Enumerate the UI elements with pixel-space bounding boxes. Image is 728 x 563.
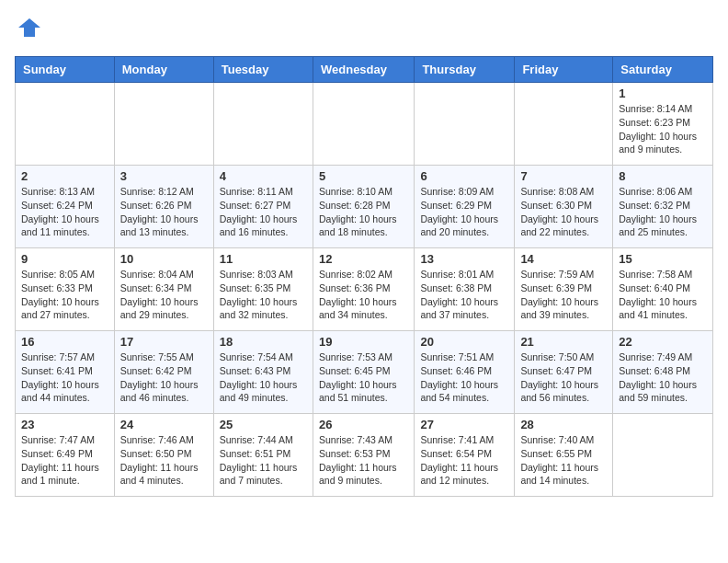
day-cell (16, 83, 115, 166)
calendar-body: 1Sunrise: 8:14 AM Sunset: 6:23 PM Daylig… (16, 83, 713, 497)
day-number: 22 (619, 335, 707, 349)
day-number: 13 (420, 252, 508, 266)
day-number: 23 (21, 418, 108, 431)
day-cell: 13Sunrise: 8:01 AM Sunset: 6:38 PM Dayli… (415, 248, 515, 331)
day-number: 27 (420, 418, 508, 431)
day-cell (114, 83, 213, 166)
day-cell: 20Sunrise: 7:51 AM Sunset: 6:46 PM Dayli… (415, 331, 515, 414)
day-info: Sunrise: 7:55 AM Sunset: 6:42 PM Dayligh… (120, 350, 208, 405)
day-cell: 12Sunrise: 8:02 AM Sunset: 6:36 PM Dayli… (313, 248, 414, 331)
logo (15, 15, 42, 45)
day-header-friday: Friday (515, 57, 613, 83)
day-info: Sunrise: 8:03 AM Sunset: 6:35 PM Dayligh… (220, 268, 307, 322)
day-info: Sunrise: 8:10 AM Sunset: 6:28 PM Dayligh… (319, 185, 408, 239)
day-cell: 8Sunrise: 8:06 AM Sunset: 6:32 PM Daylig… (613, 166, 713, 248)
day-info: Sunrise: 8:08 AM Sunset: 6:30 PM Dayligh… (520, 185, 607, 239)
day-number: 20 (420, 335, 508, 349)
day-header-monday: Monday (114, 57, 213, 83)
day-cell (613, 414, 713, 497)
day-info: Sunrise: 8:12 AM Sunset: 6:26 PM Dayligh… (120, 185, 208, 239)
day-cell: 19Sunrise: 7:53 AM Sunset: 6:45 PM Dayli… (313, 331, 414, 414)
day-cell (515, 83, 613, 166)
calendar-table: SundayMondayTuesdayWednesdayThursdayFrid… (15, 56, 713, 497)
week-row-2: 2Sunrise: 8:13 AM Sunset: 6:24 PM Daylig… (16, 166, 713, 248)
day-number: 18 (220, 335, 307, 349)
day-cell: 22Sunrise: 7:49 AM Sunset: 6:48 PM Dayli… (613, 331, 713, 414)
day-number: 10 (120, 252, 208, 266)
day-cell (213, 83, 313, 166)
day-header-wednesday: Wednesday (313, 57, 414, 83)
day-number: 9 (21, 252, 108, 266)
day-number: 4 (220, 169, 307, 183)
day-info: Sunrise: 8:04 AM Sunset: 6:34 PM Dayligh… (120, 268, 208, 322)
day-info: Sunrise: 7:50 AM Sunset: 6:47 PM Dayligh… (520, 350, 607, 405)
week-row-1: 1Sunrise: 8:14 AM Sunset: 6:23 PM Daylig… (16, 83, 713, 166)
day-number: 24 (120, 418, 208, 431)
day-cell: 1Sunrise: 8:14 AM Sunset: 6:23 PM Daylig… (613, 83, 713, 166)
day-info: Sunrise: 8:09 AM Sunset: 6:29 PM Dayligh… (420, 185, 508, 239)
day-cell (415, 83, 515, 166)
page-header (15, 15, 713, 45)
day-header-tuesday: Tuesday (213, 57, 313, 83)
day-info: Sunrise: 7:46 AM Sunset: 6:50 PM Dayligh… (120, 433, 208, 488)
day-info: Sunrise: 7:47 AM Sunset: 6:49 PM Dayligh… (21, 433, 108, 488)
day-cell: 26Sunrise: 7:43 AM Sunset: 6:53 PM Dayli… (313, 414, 414, 497)
day-number: 25 (220, 418, 307, 431)
day-info: Sunrise: 7:53 AM Sunset: 6:45 PM Dayligh… (319, 350, 408, 405)
day-cell: 21Sunrise: 7:50 AM Sunset: 6:47 PM Dayli… (515, 331, 613, 414)
day-cell: 14Sunrise: 7:59 AM Sunset: 6:39 PM Dayli… (515, 248, 613, 331)
week-row-3: 9Sunrise: 8:05 AM Sunset: 6:33 PM Daylig… (16, 248, 713, 331)
day-number: 1 (619, 86, 707, 100)
day-cell: 5Sunrise: 8:10 AM Sunset: 6:28 PM Daylig… (313, 166, 414, 248)
day-cell: 16Sunrise: 7:57 AM Sunset: 6:41 PM Dayli… (16, 331, 115, 414)
day-number: 11 (220, 252, 307, 266)
day-cell: 17Sunrise: 7:55 AM Sunset: 6:42 PM Dayli… (114, 331, 213, 414)
day-number: 2 (21, 169, 108, 183)
logo-icon (17, 15, 42, 40)
day-cell: 10Sunrise: 8:04 AM Sunset: 6:34 PM Dayli… (114, 248, 213, 331)
day-info: Sunrise: 8:14 AM Sunset: 6:23 PM Dayligh… (619, 102, 707, 156)
day-info: Sunrise: 7:51 AM Sunset: 6:46 PM Dayligh… (420, 350, 508, 405)
day-cell: 24Sunrise: 7:46 AM Sunset: 6:50 PM Dayli… (114, 414, 213, 497)
week-row-5: 23Sunrise: 7:47 AM Sunset: 6:49 PM Dayli… (16, 414, 713, 497)
day-cell: 23Sunrise: 7:47 AM Sunset: 6:49 PM Dayli… (16, 414, 115, 497)
day-cell: 3Sunrise: 8:12 AM Sunset: 6:26 PM Daylig… (114, 166, 213, 248)
day-number: 17 (120, 335, 208, 349)
day-number: 7 (520, 169, 607, 183)
day-header-thursday: Thursday (415, 57, 515, 83)
day-cell: 28Sunrise: 7:40 AM Sunset: 6:55 PM Dayli… (515, 414, 613, 497)
day-number: 6 (420, 169, 508, 183)
day-number: 21 (520, 335, 607, 349)
day-cell: 27Sunrise: 7:41 AM Sunset: 6:54 PM Dayli… (415, 414, 515, 497)
day-cell: 11Sunrise: 8:03 AM Sunset: 6:35 PM Dayli… (213, 248, 313, 331)
day-info: Sunrise: 8:05 AM Sunset: 6:33 PM Dayligh… (21, 268, 108, 322)
day-cell: 25Sunrise: 7:44 AM Sunset: 6:51 PM Dayli… (213, 414, 313, 497)
day-number: 8 (619, 169, 707, 183)
day-cell: 6Sunrise: 8:09 AM Sunset: 6:29 PM Daylig… (415, 166, 515, 248)
day-cell (313, 83, 414, 166)
day-info: Sunrise: 7:41 AM Sunset: 6:54 PM Dayligh… (420, 433, 508, 488)
day-info: Sunrise: 8:11 AM Sunset: 6:27 PM Dayligh… (220, 185, 307, 239)
day-cell: 2Sunrise: 8:13 AM Sunset: 6:24 PM Daylig… (16, 166, 115, 248)
day-info: Sunrise: 7:57 AM Sunset: 6:41 PM Dayligh… (21, 350, 108, 405)
day-cell: 15Sunrise: 7:58 AM Sunset: 6:40 PM Dayli… (613, 248, 713, 331)
day-info: Sunrise: 7:44 AM Sunset: 6:51 PM Dayligh… (220, 433, 307, 488)
day-number: 19 (319, 335, 408, 349)
day-number: 15 (619, 252, 707, 266)
day-cell: 9Sunrise: 8:05 AM Sunset: 6:33 PM Daylig… (16, 248, 115, 331)
day-number: 16 (21, 335, 108, 349)
day-info: Sunrise: 7:58 AM Sunset: 6:40 PM Dayligh… (619, 268, 707, 322)
week-row-4: 16Sunrise: 7:57 AM Sunset: 6:41 PM Dayli… (16, 331, 713, 414)
day-number: 12 (319, 252, 408, 266)
day-number: 28 (520, 418, 607, 431)
day-info: Sunrise: 7:49 AM Sunset: 6:48 PM Dayligh… (619, 350, 707, 405)
day-info: Sunrise: 8:02 AM Sunset: 6:36 PM Dayligh… (319, 268, 408, 322)
day-number: 14 (520, 252, 607, 266)
day-number: 26 (319, 418, 408, 431)
calendar-header-row: SundayMondayTuesdayWednesdayThursdayFrid… (16, 57, 713, 83)
day-number: 3 (120, 169, 208, 183)
day-info: Sunrise: 7:59 AM Sunset: 6:39 PM Dayligh… (520, 268, 607, 322)
day-info: Sunrise: 8:06 AM Sunset: 6:32 PM Dayligh… (619, 185, 707, 239)
day-cell: 7Sunrise: 8:08 AM Sunset: 6:30 PM Daylig… (515, 166, 613, 248)
day-info: Sunrise: 7:54 AM Sunset: 6:43 PM Dayligh… (220, 350, 307, 405)
